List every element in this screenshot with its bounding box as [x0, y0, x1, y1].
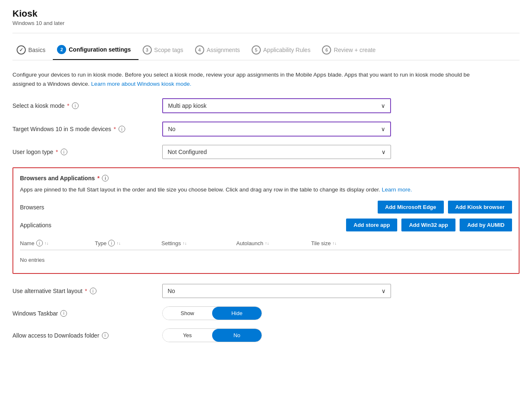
step-label-applicability: Applicability Rules: [263, 47, 311, 53]
step-label-scopetags: Scope tags: [154, 47, 183, 53]
learn-more-link[interactable]: Learn more about Windows kiosk mode.: [91, 81, 191, 87]
wizard-step-scopetags[interactable]: 3 Scope tags: [139, 40, 191, 60]
user-logon-select[interactable]: Not Configured ∨: [162, 145, 391, 159]
kiosk-mode-select[interactable]: Multi app kiosk ∨: [162, 98, 391, 113]
col-tilesize-sort-icon[interactable]: ↑↓: [332, 241, 337, 246]
col-type-label: Type: [95, 240, 106, 246]
use-alt-start-label: Use alternative Start layout * i: [12, 288, 154, 294]
wizard-step-review[interactable]: 6 Review + create: [318, 40, 383, 60]
col-tilesize-label: Tile size: [311, 240, 331, 246]
no-entries: No entries: [20, 253, 512, 266]
section-required: *: [97, 175, 99, 181]
col-autolaunch-sort-icon[interactable]: ↑↓: [265, 241, 269, 246]
target-windows-select[interactable]: No ∨: [162, 122, 391, 137]
downloads-folder-row: Allow access to Downloads folder i Yes N…: [12, 328, 520, 342]
wizard-step-configuration[interactable]: 2 Configuration settings: [53, 40, 138, 60]
applications-row: Applications Add store app Add Win32 app…: [20, 219, 512, 231]
windows-taskbar-label: Windows Taskbar i: [12, 310, 154, 317]
browsers-row: Browsers Add Microsoft Edge Add Kiosk br…: [20, 201, 512, 214]
kiosk-mode-info-icon: i: [72, 102, 79, 109]
windows-taskbar-toggle[interactable]: Show Hide: [162, 306, 262, 320]
col-name-info-icon: i: [36, 240, 43, 246]
col-name: Name i ↑↓: [20, 240, 87, 246]
browsers-label: Browsers: [20, 204, 103, 211]
step-label-basics: Basics: [28, 47, 45, 53]
windows-taskbar-info-icon: i: [60, 310, 67, 317]
step-circle-basics: ✓: [17, 45, 26, 55]
step-circle-configuration: 2: [57, 45, 66, 54]
target-windows-label: Target Windows 10 in S mode devices * i: [12, 126, 154, 132]
kiosk-mode-label: Select a kiosk mode * i: [12, 102, 154, 109]
windows-taskbar-row: Windows Taskbar i Show Hide: [12, 306, 520, 320]
wizard-step-applicability[interactable]: 5 Applicability Rules: [247, 40, 318, 60]
user-logon-info-icon: i: [61, 149, 67, 155]
downloads-folder-toggle[interactable]: Yes No: [162, 328, 262, 342]
add-microsoft-edge-button[interactable]: Add Microsoft Edge: [378, 201, 444, 214]
use-alt-start-arrow-icon: ∨: [381, 288, 386, 294]
col-tilesize: Tile size ↑↓: [311, 240, 361, 246]
windows-taskbar-hide-option[interactable]: Hide: [212, 307, 262, 320]
use-alt-start-select[interactable]: No ∨: [162, 284, 391, 298]
page-header: Kiosk Windows 10 and later: [12, 8, 520, 26]
section-description: Apps are pinned to the full Start layout…: [20, 186, 512, 194]
windows-taskbar-show-option[interactable]: Show: [163, 307, 212, 320]
wizard-step-assignments[interactable]: 4 Assignments: [191, 40, 247, 60]
col-autolaunch: Autolaunch ↑↓: [236, 240, 303, 246]
step-circle-scopetags: 3: [143, 45, 152, 55]
step-label-review: Review + create: [334, 47, 376, 53]
col-type-info-icon: i: [108, 240, 115, 246]
page-subtitle: Windows 10 and later: [12, 20, 520, 26]
use-alt-start-value: No: [168, 288, 175, 294]
add-store-app-button[interactable]: Add store app: [346, 219, 397, 231]
applications-label: Applications: [20, 222, 103, 229]
use-alt-start-required: *: [85, 288, 87, 294]
wizard-steps: ✓ Basics 2 Configuration settings 3 Scop…: [12, 40, 520, 60]
col-autolaunch-label: Autolaunch: [236, 240, 263, 246]
table-header: Name i ↑↓ Type i ↑↓ Settings ↑↓ Autolaun…: [20, 236, 512, 250]
wizard-step-basics[interactable]: ✓ Basics: [12, 40, 53, 60]
step-label-assignments: Assignments: [207, 47, 240, 53]
downloads-folder-yes-option[interactable]: Yes: [163, 329, 212, 342]
user-logon-arrow-icon: ∨: [381, 149, 386, 155]
user-logon-row: User logon type * i Not Configured ∨: [12, 145, 520, 159]
use-alt-start-row: Use alternative Start layout * i No ∨: [12, 284, 520, 298]
target-windows-row: Target Windows 10 in S mode devices * i …: [12, 122, 520, 137]
description-text-content: Configure your devices to run in kiosk m…: [12, 72, 470, 87]
kiosk-mode-arrow-icon: ∨: [381, 102, 385, 109]
user-logon-value: Not Configured: [168, 149, 207, 155]
target-windows-value: No: [168, 126, 176, 132]
kiosk-mode-row: Select a kiosk mode * i Multi app kiosk …: [12, 98, 520, 113]
section-info-icon: i: [102, 175, 109, 181]
step-circle-assignments: 4: [195, 45, 204, 55]
page-title: Kiosk: [12, 8, 520, 19]
use-alt-start-info-icon: i: [90, 288, 97, 294]
add-by-aumid-button[interactable]: Add by AUMID: [460, 219, 512, 231]
browsers-applications-section: Browsers and Applications * i Apps are p…: [12, 167, 520, 274]
add-kiosk-browser-button[interactable]: Add Kiosk browser: [448, 201, 512, 214]
target-windows-required: *: [114, 126, 116, 132]
user-logon-required: *: [56, 149, 58, 155]
col-settings: Settings ↑↓: [161, 240, 228, 246]
header-divider: [12, 33, 520, 33]
description-text: Configure your devices to run in kiosk m…: [12, 70, 470, 88]
col-settings-label: Settings: [161, 240, 181, 246]
col-name-sort-icon[interactable]: ↑↓: [45, 241, 49, 246]
step-label-configuration: Configuration settings: [69, 46, 131, 53]
target-windows-arrow-icon: ∨: [381, 126, 385, 132]
user-logon-label: User logon type * i: [12, 149, 154, 155]
col-type: Type i ↑↓: [95, 240, 153, 246]
col-type-sort-icon[interactable]: ↑↓: [116, 241, 121, 246]
kiosk-mode-required: *: [67, 102, 69, 109]
add-win32-app-button[interactable]: Add Win32 app: [401, 219, 455, 231]
target-windows-info-icon: i: [119, 126, 125, 132]
col-settings-sort-icon[interactable]: ↑↓: [183, 241, 187, 246]
section-title: Browsers and Applications * i: [20, 175, 512, 181]
kiosk-mode-value: Multi app kiosk: [168, 102, 207, 109]
step-circle-review: 6: [322, 45, 331, 55]
section-learn-more-link[interactable]: Learn more.: [382, 186, 412, 193]
downloads-folder-no-option[interactable]: No: [212, 329, 262, 342]
downloads-folder-info-icon: i: [102, 332, 109, 339]
col-name-label: Name: [20, 240, 35, 246]
downloads-folder-label: Allow access to Downloads folder i: [12, 332, 154, 339]
step-circle-applicability: 5: [252, 45, 261, 55]
